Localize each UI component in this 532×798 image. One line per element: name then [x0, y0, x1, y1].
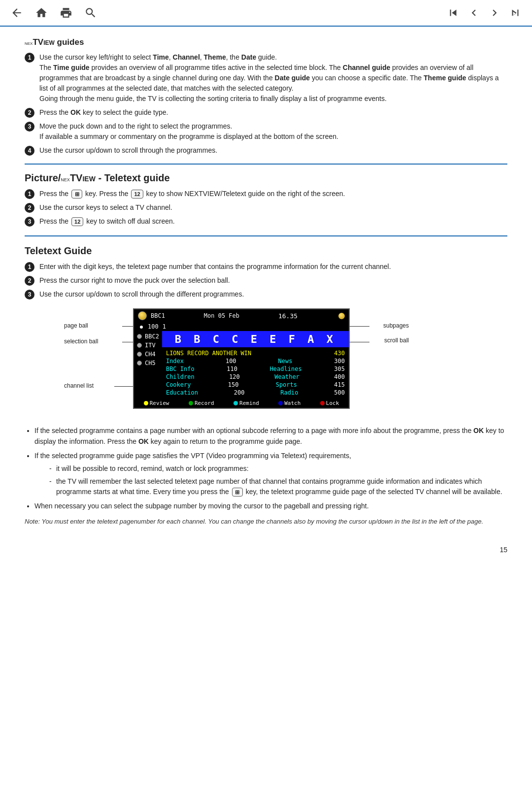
step-number: 4: [25, 146, 34, 156]
main-content: nexTView guides 1 Use the cursor key lef…: [0, 27, 532, 541]
tt-cell: Radio: [280, 389, 298, 396]
step-text: Use the cursor up/down to scroll through…: [39, 289, 507, 299]
tt-ball-yellow: [138, 311, 147, 320]
bullet-item: If the selected programme guide page sat…: [34, 451, 507, 497]
tt-channel-bbc2: BBC2: [134, 332, 162, 341]
label-channel-list: channel list: [64, 382, 94, 389]
tt-row-education: Education 200 Radio 500: [166, 389, 345, 397]
label-selection-ball: selection ball: [64, 338, 98, 345]
tt-header-left: BBC1: [138, 311, 165, 320]
toolbar-left: [9, 5, 99, 21]
note-content: Note: You must enter the teletext pagenu…: [25, 518, 483, 525]
key-icon-tv: ⊞: [71, 190, 82, 199]
label-subpages: subpages: [383, 322, 409, 329]
home-icon[interactable]: [33, 5, 49, 21]
tt-btn-lock: Lock: [320, 400, 339, 406]
tt-num: 400: [334, 373, 345, 380]
tt-num: 100: [226, 358, 236, 365]
brand-nex2: nex: [61, 175, 70, 183]
dash-item: it will be possible to record, remind, w…: [49, 464, 507, 474]
tt-num: 300: [334, 358, 345, 365]
step-text: Use the cursor keys to select a TV chann…: [39, 202, 507, 213]
step-text: Press the ⊞ key. Press the 12 key to sho…: [39, 189, 507, 199]
label-scroll-ball: scroll ball: [384, 337, 409, 344]
section1-title-text: guides: [57, 37, 84, 47]
tt-row-cookery: Cookery 150 Sports 415: [166, 381, 345, 389]
tt-dot-white: [140, 326, 143, 329]
tt-num: 305: [334, 366, 345, 372]
section3-note: Note: You must enter the teletext pagenu…: [25, 517, 507, 527]
toolbar: [0, 0, 532, 27]
section-divider: [25, 164, 507, 165]
tt-cell: Index: [166, 358, 184, 365]
step-number: 1: [25, 53, 34, 63]
list-item: 2 Press the cursor right to move the puc…: [25, 275, 507, 286]
tt-page-sub: 1: [163, 323, 166, 330]
step-text: Use the cursor key left/right to select …: [39, 52, 507, 104]
tt-channel-label: CH5: [145, 360, 156, 366]
tt-num: 150: [228, 381, 239, 388]
next-icon[interactable]: [487, 5, 502, 21]
tt-cell: BBC Info: [166, 366, 195, 372]
tt-channel-list: BBC2 ITV CH4 CH5: [134, 331, 162, 399]
tt-btn-watch: Watch: [278, 400, 300, 406]
tt-btn-label: Watch: [284, 400, 300, 406]
step-number: 3: [25, 122, 34, 132]
key-icon-12b: 12: [71, 217, 83, 226]
dash-item: the TV will remember the last selected t…: [49, 476, 507, 497]
tt-channel-ball: [137, 343, 142, 348]
tt-cell: Weather: [274, 373, 299, 380]
tt-header-time: 16.35: [278, 312, 298, 320]
tt-dot-watch: [278, 401, 283, 405]
tt-main-area: BBC2 ITV CH4 CH5: [134, 331, 349, 399]
toolbar-right: [445, 5, 523, 21]
brand-nex: nex: [25, 40, 33, 46]
prev-icon[interactable]: [466, 5, 482, 21]
key-icon-12: 12: [131, 190, 143, 199]
tt-content-area: B B C C E E F A X LIONS RECORD ANOTHER W…: [162, 331, 349, 399]
tt-num: 415: [334, 381, 345, 388]
section3-list: 1 Enter with the digit keys, the teletex…: [25, 262, 507, 299]
tt-num: 120: [229, 373, 240, 380]
tt-page-line: 100 1: [134, 322, 349, 331]
tt-btn-remind: Remind: [233, 400, 259, 406]
step-text: Press the OK key to select the guide typ…: [39, 107, 507, 118]
brand-tv2: TView: [70, 172, 96, 183]
tt-num: 110: [227, 366, 237, 372]
section3-title: Teletext Guide: [25, 245, 507, 257]
search-icon[interactable]: [83, 5, 99, 21]
step-text: Move the puck down and to the right to s…: [39, 121, 507, 142]
print-icon[interactable]: [58, 5, 74, 21]
tt-dot-review: [144, 401, 148, 405]
tt-scroll-ball: [338, 313, 345, 319]
tt-num: 430: [334, 350, 345, 357]
tt-row-bbcinfo: BBC Info 110 Headlines 305: [166, 365, 345, 373]
tt-row-lions: LIONS RECORD ANOTHER WIN 430: [166, 349, 345, 357]
tt-cell: Education: [166, 389, 198, 396]
section2-title: Picture/nexTView - Teletext guide: [25, 172, 507, 184]
tt-num: 500: [334, 389, 345, 396]
list-item: 3 Move the puck down and to the right to…: [25, 121, 507, 142]
skip-forward-icon[interactable]: [507, 5, 523, 21]
tt-btn-label: Record: [195, 400, 214, 406]
tt-ceefax: B B C C E E F A X: [162, 331, 349, 347]
teletext-screen: BBC1 Mon 05 Feb 16.35 100 1: [133, 308, 350, 409]
tt-channel-label: ITV: [145, 342, 156, 349]
tt-scroll-ball-wrap: [336, 313, 345, 319]
tt-channel-ball: [137, 352, 142, 357]
label-page-ball: page ball: [64, 322, 88, 329]
skip-back-icon[interactable]: [445, 5, 461, 21]
section1-list: 1 Use the cursor key left/right to selec…: [25, 52, 507, 156]
tt-channel-itv: ITV: [134, 341, 162, 350]
list-item: 3 Use the cursor up/down to scroll throu…: [25, 289, 507, 299]
list-item: 2 Use the cursor keys to select a TV cha…: [25, 202, 507, 213]
tt-cell: News: [278, 358, 293, 365]
tt-dot-record: [189, 401, 193, 405]
tt-header-date: Mon 05 Feb: [204, 312, 239, 319]
tt-content: LIONS RECORD ANOTHER WIN 430 Index 100 N…: [162, 347, 349, 399]
brand-tv: TView: [33, 37, 54, 47]
back-icon[interactable]: [9, 5, 25, 21]
bullet-item: If the selected programme contains a pag…: [34, 426, 507, 447]
tt-btn-record: Record: [189, 400, 214, 406]
tt-dot-remind: [233, 401, 238, 405]
